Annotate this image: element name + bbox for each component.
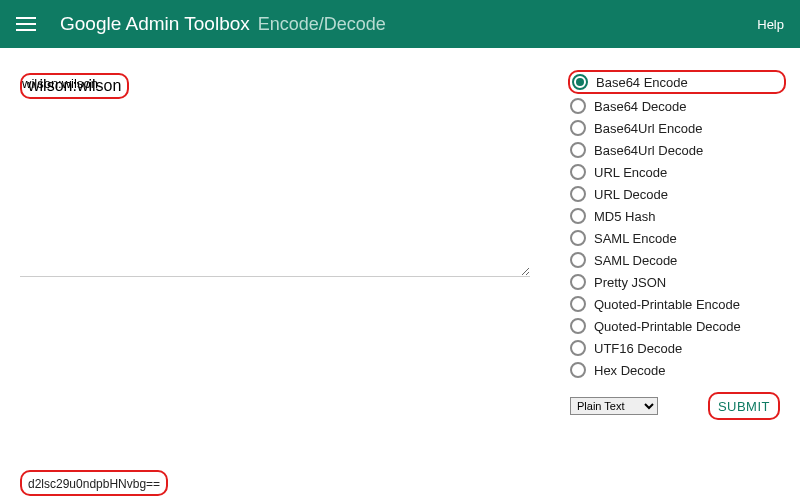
encoding-option-label: URL Decode bbox=[594, 187, 668, 202]
app-title: Google Admin Toolbox bbox=[60, 13, 250, 35]
encoding-option[interactable]: MD5 Hash bbox=[570, 208, 780, 224]
output-text: d2lsc29u0ndpbHNvbg== bbox=[28, 477, 160, 491]
encoding-option[interactable]: SAML Encode bbox=[570, 230, 780, 246]
radio-icon bbox=[570, 318, 586, 334]
encoding-option-label: UTF16 Decode bbox=[594, 341, 682, 356]
radio-icon bbox=[570, 362, 586, 378]
option-highlight-annotation: Base64 Encode bbox=[568, 70, 786, 94]
main-content: wilson:wilson Base64 EncodeBase64 Decode… bbox=[0, 48, 800, 430]
submit-highlight-annotation: SUBMIT bbox=[708, 392, 780, 420]
submit-button[interactable]: SUBMIT bbox=[718, 399, 770, 414]
encoding-option[interactable]: URL Encode bbox=[570, 164, 780, 180]
output-area: d2lsc29u0ndpbHNvbg== bbox=[20, 470, 168, 496]
encoding-option[interactable]: Base64Url Encode bbox=[570, 120, 780, 136]
encoding-option[interactable]: Base64Url Decode bbox=[570, 142, 780, 158]
encoding-option-label: MD5 Hash bbox=[594, 209, 655, 224]
radio-icon bbox=[570, 252, 586, 268]
options-bottom-row: Plain Text SUBMIT bbox=[570, 392, 780, 420]
encoding-option-label: Base64 Encode bbox=[596, 75, 688, 90]
encoding-option-label: Base64 Decode bbox=[594, 99, 687, 114]
input-textarea[interactable] bbox=[20, 72, 530, 277]
encoding-option-label: Quoted-Printable Encode bbox=[594, 297, 740, 312]
output-format-select[interactable]: Plain Text bbox=[570, 397, 658, 415]
encoding-option-label: SAML Encode bbox=[594, 231, 677, 246]
radio-icon bbox=[572, 74, 588, 90]
radio-icon bbox=[570, 164, 586, 180]
radio-icon bbox=[570, 274, 586, 290]
radio-icon bbox=[570, 186, 586, 202]
radio-icon bbox=[570, 208, 586, 224]
hamburger-menu-icon[interactable] bbox=[16, 17, 36, 31]
encoding-option-label: Quoted-Printable Decode bbox=[594, 319, 741, 334]
encoding-options: Base64 EncodeBase64 DecodeBase64Url Enco… bbox=[570, 72, 780, 378]
radio-icon bbox=[570, 120, 586, 136]
options-column: Base64 EncodeBase64 DecodeBase64Url Enco… bbox=[570, 72, 780, 420]
radio-icon bbox=[570, 98, 586, 114]
help-link[interactable]: Help bbox=[757, 17, 784, 32]
app-subtitle: Encode/Decode bbox=[258, 14, 386, 35]
output-highlight-annotation: d2lsc29u0ndpbHNvbg== bbox=[20, 470, 168, 496]
radio-icon bbox=[570, 142, 586, 158]
encoding-option[interactable]: Base64 Decode bbox=[570, 98, 780, 114]
encoding-option[interactable]: Pretty JSON bbox=[570, 274, 780, 290]
encoding-option[interactable]: Base64 Encode bbox=[572, 74, 778, 90]
app-header: Google Admin Toolbox Encode/Decode Help bbox=[0, 0, 800, 48]
radio-icon bbox=[570, 340, 586, 356]
encoding-option-label: Hex Decode bbox=[594, 363, 666, 378]
encoding-option-label: Pretty JSON bbox=[594, 275, 666, 290]
encoding-option[interactable]: UTF16 Decode bbox=[570, 340, 780, 356]
radio-icon bbox=[570, 230, 586, 246]
radio-icon bbox=[570, 296, 586, 312]
encoding-option[interactable]: Quoted-Printable Encode bbox=[570, 296, 780, 312]
encoding-option[interactable]: Hex Decode bbox=[570, 362, 780, 378]
encoding-option[interactable]: SAML Decode bbox=[570, 252, 780, 268]
input-column: wilson:wilson bbox=[20, 72, 530, 420]
encoding-option[interactable]: URL Decode bbox=[570, 186, 780, 202]
encoding-option-label: Base64Url Decode bbox=[594, 143, 703, 158]
encoding-option-label: SAML Decode bbox=[594, 253, 677, 268]
encoding-option[interactable]: Quoted-Printable Decode bbox=[570, 318, 780, 334]
encoding-option-label: Base64Url Encode bbox=[594, 121, 702, 136]
encoding-option-label: URL Encode bbox=[594, 165, 667, 180]
